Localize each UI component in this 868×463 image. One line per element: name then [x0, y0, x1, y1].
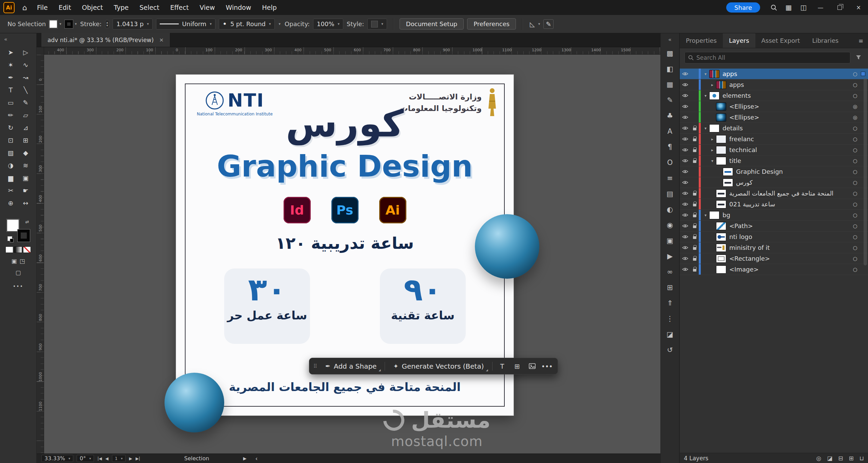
brush-definition-dropdown[interactable]: • 5 pt. Round ▾ [219, 19, 275, 30]
layer-row[interactable]: ▾ title ○ [680, 155, 868, 166]
layer-name[interactable]: technical [729, 146, 850, 153]
mesh-tool[interactable]: ⊞ [18, 134, 33, 146]
step-down-icon[interactable]: ▾ [107, 24, 108, 27]
graphic-styles-icon[interactable]: ▣ [660, 233, 679, 248]
layer-name[interactable]: title [729, 157, 850, 164]
stroke-icon[interactable]: ≡ [660, 170, 679, 186]
lock-toggle[interactable] [691, 202, 699, 206]
menu-item[interactable]: File [32, 0, 53, 15]
home-icon[interactable]: ⌂ [18, 3, 32, 12]
brush-options-caret[interactable]: ▾ [278, 22, 282, 26]
layer-thumbnail[interactable] [716, 244, 726, 252]
set-square-icon[interactable]: ◺ [528, 20, 536, 28]
minimize-button[interactable]: — [811, 0, 830, 15]
visibility-toggle[interactable] [680, 72, 691, 76]
hand-tool[interactable]: ☛ [18, 184, 33, 197]
menu-item[interactable]: Effect [165, 0, 194, 15]
rectangle-tool[interactable]: ▭ [3, 96, 18, 109]
layer-row[interactable]: <Image> ○ [680, 264, 868, 275]
target-circle-icon[interactable]: ○ [850, 223, 860, 229]
search-field[interactable] [684, 52, 850, 63]
preferences-button[interactable]: Preferences [467, 18, 516, 30]
apply-color-button[interactable] [5, 246, 13, 253]
history-icon[interactable]: ↺ [660, 342, 679, 358]
first-artboard-icon[interactable]: |◀ [97, 456, 102, 461]
target-circle-icon[interactable]: ○ [850, 180, 860, 186]
color-guide-icon[interactable]: ◧ [660, 61, 679, 77]
layer-row[interactable]: minisitry of it ○ [680, 242, 868, 253]
lock-toggle[interactable] [691, 148, 699, 152]
search-input[interactable] [696, 54, 847, 61]
gradient-tool[interactable]: ▧ [3, 146, 18, 159]
color-panel-icon[interactable]: ▩ [660, 45, 679, 61]
layer-name[interactable]: elements [722, 92, 850, 99]
artboard-plus-icon[interactable]: ⊞ [511, 360, 524, 372]
apply-none-button[interactable] [23, 246, 31, 253]
rotation-dropdown[interactable]: 0° ▾ [77, 455, 94, 462]
document-tab[interactable]: adv nti.ai* @ 33.33 % (RGB/Preview) × [41, 33, 170, 47]
layer-thumbnail[interactable] [716, 200, 726, 208]
zoom-dropdown[interactable]: 33.33% ▾ [41, 455, 73, 462]
layer-thumbnail[interactable] [716, 113, 726, 122]
visibility-toggle[interactable] [680, 105, 691, 108]
fill-color-swatch[interactable] [49, 20, 57, 28]
target-circle-icon[interactable]: ○ [850, 169, 860, 175]
stroke-color-swatch[interactable] [65, 20, 73, 28]
layer-row[interactable]: <Path> ○ [680, 221, 868, 231]
visibility-toggle[interactable] [680, 246, 691, 249]
swap-fill-stroke-icon[interactable]: ⇄ [25, 219, 29, 224]
lock-toggle[interactable] [691, 126, 699, 130]
gradient-icon[interactable]: ▤ [660, 186, 679, 202]
lasso-tool[interactable]: ∿ [18, 58, 33, 71]
target-circle-icon[interactable]: ○ [850, 93, 860, 99]
visibility-toggle[interactable] [680, 94, 691, 97]
paintbrush-tool[interactable]: ✎ [18, 96, 33, 109]
layer-thumbnail[interactable] [716, 135, 726, 143]
layer-thumbnail[interactable] [716, 103, 726, 111]
illustrator-app-icon[interactable]: Ai [3, 2, 15, 13]
locate-object-icon[interactable]: ◎ [816, 455, 821, 462]
default-colors-icon[interactable] [7, 236, 12, 241]
draw-behind-icon[interactable]: ◳ [20, 258, 25, 264]
lock-toggle[interactable] [691, 159, 699, 163]
shape-builder-tool[interactable]: ⊡ [3, 134, 18, 146]
close-button[interactable]: × [849, 0, 868, 15]
menu-item[interactable]: Object [77, 0, 109, 15]
horizontal-ruler[interactable]: 4003002001000100200300400500600700800900… [37, 47, 660, 55]
layer-name[interactable]: apps [729, 81, 850, 88]
lock-toggle[interactable] [691, 267, 699, 272]
expand-caret-icon[interactable]: ▾ [702, 72, 709, 76]
links-icon[interactable]: ∞ [660, 264, 679, 280]
target-circle-icon[interactable]: ○ [850, 147, 860, 153]
drag-handle-icon[interactable]: ⠿ [313, 363, 317, 369]
target-circle-icon[interactable]: ○ [850, 212, 860, 218]
new-layer-icon[interactable]: ⊞ [849, 455, 853, 462]
fill-caret-icon[interactable]: ▾ [59, 22, 61, 26]
layer-thumbnail[interactable] [709, 70, 719, 78]
lock-toggle[interactable] [691, 137, 699, 141]
layer-thumbnail[interactable] [716, 255, 726, 263]
layer-row[interactable]: Graphic Design ○ [680, 166, 868, 177]
expand-caret-icon[interactable]: ▸ [709, 137, 715, 142]
transparency-icon[interactable]: ◐ [660, 202, 679, 217]
type-tool-icon[interactable]: T [496, 360, 509, 372]
eraser-tool[interactable]: ▱ [18, 109, 33, 121]
swatches-icon[interactable]: ▦ [660, 77, 679, 92]
opentype-icon[interactable]: O [660, 155, 679, 170]
layer-row[interactable]: ▸ freelanc ○ [680, 134, 868, 145]
visibility-toggle[interactable] [680, 159, 691, 163]
expand-caret-icon[interactable]: ▾ [702, 126, 709, 131]
layer-thumbnail[interactable] [716, 157, 726, 165]
layer-name[interactable]: bg [722, 211, 850, 219]
document-setup-button[interactable]: Document Setup [400, 18, 464, 30]
direct-selection-tool[interactable]: ▷ [18, 46, 33, 58]
menu-item[interactable]: View [194, 0, 220, 15]
layer-row[interactable]: 021 ساعة تدريبية ○ [680, 199, 868, 210]
rotate-tool[interactable]: ↻ [3, 121, 18, 134]
width-profile-dropdown[interactable]: Uniform ▾ [156, 19, 215, 30]
line-segment-tool[interactable]: ╲ [18, 84, 33, 96]
layer-name[interactable]: المنحة متاحة في جميع الجامعات المصرية [729, 190, 850, 197]
filter-icon[interactable] [854, 55, 863, 61]
play-icon[interactable]: ▶ [243, 456, 247, 461]
place-image-icon[interactable] [526, 360, 539, 372]
